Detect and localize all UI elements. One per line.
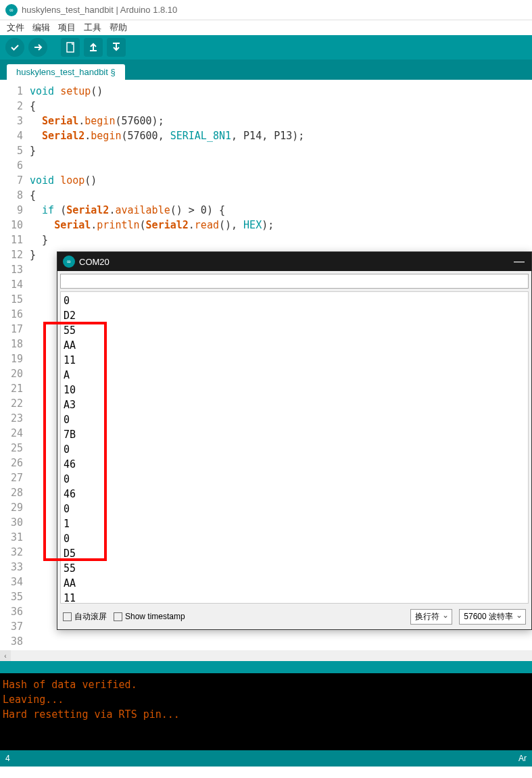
- line-num: 2: [0, 99, 23, 114]
- serial-output[interactable]: 0 D2 55 AA 11 A 10 A3 0 7B 0 46 0 46 0 1…: [60, 291, 529, 604]
- open-button[interactable]: [84, 38, 103, 57]
- baud-select[interactable]: 57600 波特率: [459, 609, 526, 625]
- status-bar: 4 Ar: [0, 750, 532, 767]
- line-num: 19: [0, 351, 23, 366]
- serial-title: COM20: [79, 257, 110, 267]
- serial-line: 55: [64, 561, 525, 576]
- serial-line: 0: [64, 531, 525, 546]
- serial-line: A3: [64, 397, 525, 412]
- serial-line: AA: [64, 576, 525, 591]
- line-num: 12: [0, 247, 23, 262]
- editor-hscroll[interactable]: ‹: [0, 650, 532, 661]
- minimize-icon[interactable]: —: [514, 256, 525, 268]
- menu-edit[interactable]: 编辑: [32, 22, 50, 34]
- line-ending-select[interactable]: 换行符: [410, 609, 452, 625]
- line-num: 4: [0, 128, 23, 143]
- serial-line: 7B: [64, 427, 525, 442]
- serial-line: 46: [64, 487, 525, 502]
- line-num: 14: [0, 277, 23, 292]
- line-num: 8: [0, 188, 23, 203]
- serial-send-input[interactable]: [60, 274, 529, 289]
- line-num: 20: [0, 366, 23, 381]
- window-title: huskylens_test_handbit | Arduino 1.8.10: [22, 5, 177, 15]
- line-num: 23: [0, 411, 23, 426]
- line-num: 34: [0, 575, 23, 589]
- tab-strip: huskylens_test_handbit §: [0, 59, 532, 80]
- menu-tool[interactable]: 工具: [84, 22, 101, 34]
- menu-help[interactable]: 帮助: [110, 22, 127, 34]
- line-num: 10: [0, 218, 23, 233]
- line-num: 9: [0, 203, 23, 218]
- line-num: 17: [0, 322, 23, 337]
- line-num: 26: [0, 456, 23, 470]
- line-num: 5: [0, 143, 23, 158]
- serial-line: 1: [64, 516, 525, 531]
- verify-button[interactable]: [5, 38, 24, 57]
- status-left: 4: [5, 754, 10, 763]
- title-bar: ∞ huskylens_test_handbit | Arduino 1.8.1…: [0, 0, 532, 20]
- line-num: 15: [0, 292, 23, 307]
- serial-line: 10: [64, 383, 525, 397]
- line-num: 11: [0, 233, 23, 247]
- line-num: 37: [0, 619, 23, 634]
- serial-footer: 自动滚屏 Show timestamp 换行符 57600 波特率: [57, 606, 531, 627]
- line-num: 18: [0, 337, 23, 351]
- arduino-icon: ∞: [63, 256, 75, 268]
- line-num: 1: [0, 84, 23, 99]
- line-num: 16: [0, 307, 23, 322]
- line-num: 31: [0, 530, 23, 545]
- serial-line: A: [64, 368, 525, 383]
- autoscroll-checkbox[interactable]: 自动滚屏: [63, 611, 107, 623]
- line-num: 13: [0, 262, 23, 277]
- serial-line: 0: [64, 412, 525, 427]
- serial-line: 55: [64, 323, 525, 338]
- upload-button[interactable]: [28, 38, 47, 57]
- line-gutter: 1 2 3 4 5 6 7 8 9 10 11 12 13 14 15 16 1…: [0, 80, 27, 650]
- serial-line: 46: [64, 457, 525, 472]
- main-toolbar: [0, 35, 532, 59]
- line-num: 6: [0, 158, 23, 173]
- serial-monitor-window: ∞ COM20 — 0 D2 55 AA 11 A 10 A3 0 7B 0 4…: [57, 251, 532, 630]
- serial-title-bar[interactable]: ∞ COM20 —: [57, 252, 531, 271]
- serial-line: 11: [64, 591, 525, 604]
- menu-project[interactable]: 项目: [58, 22, 76, 34]
- line-num: 30: [0, 515, 23, 530]
- arduino-icon: ∞: [5, 4, 18, 16]
- serial-line: 0: [64, 293, 525, 308]
- new-button[interactable]: [61, 38, 80, 57]
- serial-line: D5: [64, 546, 525, 561]
- serial-line: AA: [64, 338, 525, 353]
- line-num: 38: [0, 634, 23, 649]
- line-num: 28: [0, 485, 23, 500]
- serial-line: D2: [64, 308, 525, 323]
- line-num: 33: [0, 560, 23, 575]
- serial-line: 11: [64, 353, 525, 368]
- serial-line: 0: [64, 472, 525, 487]
- line-num: 3: [0, 114, 23, 128]
- line-num: 21: [0, 381, 23, 396]
- save-button[interactable]: [107, 38, 126, 57]
- serial-line: 0: [64, 442, 525, 457]
- line-num: 24: [0, 426, 23, 441]
- line-num: 29: [0, 500, 23, 515]
- serial-line: 0: [64, 502, 525, 516]
- scroll-left-icon[interactable]: ‹: [0, 650, 11, 661]
- line-num: 22: [0, 396, 23, 411]
- message-bar: [0, 661, 532, 673]
- tab-active[interactable]: huskylens_test_handbit §: [7, 64, 125, 80]
- line-num: 32: [0, 545, 23, 560]
- menu-file[interactable]: 文件: [7, 22, 24, 34]
- line-num: 35: [0, 589, 23, 604]
- menu-bar: 文件 编辑 项目 工具 帮助: [0, 20, 532, 35]
- timestamp-checkbox[interactable]: Show timestamp: [114, 612, 185, 621]
- line-num: 36: [0, 604, 23, 619]
- line-num: 7: [0, 173, 23, 188]
- line-num: 25: [0, 441, 23, 456]
- status-right: Ar: [518, 754, 527, 763]
- console-output: Hash of data verified.Leaving...Hard res…: [0, 673, 532, 750]
- line-num: 27: [0, 470, 23, 485]
